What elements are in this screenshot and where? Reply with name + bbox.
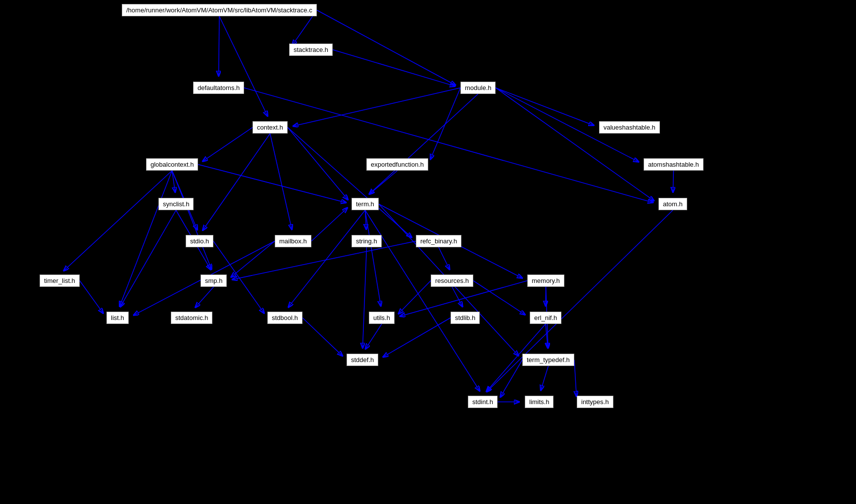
svg-line-17 xyxy=(198,165,347,203)
svg-line-30 xyxy=(439,247,450,270)
svg-line-2 xyxy=(317,10,456,86)
svg-line-50 xyxy=(486,210,673,392)
node-list_h: list.h xyxy=(106,312,129,324)
svg-line-10 xyxy=(369,94,478,194)
node-mailbox_h: mailbox.h xyxy=(275,235,311,247)
svg-line-1 xyxy=(219,16,219,77)
node-timer_list_h: timer_list.h xyxy=(40,275,80,287)
node-inttypes_h: inttypes.h xyxy=(577,396,613,408)
node-stdint_h: stdint.h xyxy=(468,396,498,408)
node-module_h: module.h xyxy=(460,82,496,94)
node-smp_h: smp.h xyxy=(201,275,227,287)
svg-line-43 xyxy=(541,366,549,391)
svg-line-51 xyxy=(288,128,412,238)
svg-line-54 xyxy=(302,318,343,357)
node-exportedfunction_h: exportedfunction.h xyxy=(366,158,428,171)
svg-line-42 xyxy=(500,360,522,398)
svg-line-7 xyxy=(496,88,655,201)
svg-line-13 xyxy=(270,134,292,230)
node-limits_h: limits.h xyxy=(525,396,554,408)
node-context_h: context.h xyxy=(252,121,288,134)
svg-line-29 xyxy=(311,207,348,241)
svg-line-4 xyxy=(333,50,455,87)
svg-line-12 xyxy=(288,128,349,200)
node-defaultatoms_h: defaultatoms.h xyxy=(193,82,244,94)
svg-line-23 xyxy=(365,210,381,307)
node-stdio_h: stdio.h xyxy=(186,235,213,247)
svg-line-16 xyxy=(119,171,172,307)
svg-line-47 xyxy=(365,324,382,350)
svg-line-18 xyxy=(63,171,172,271)
svg-line-34 xyxy=(473,281,526,316)
node-refc_binary_h: refc_binary.h xyxy=(416,235,461,247)
svg-line-48 xyxy=(244,88,654,203)
svg-line-22 xyxy=(288,210,365,308)
node-memory_h: memory.h xyxy=(527,275,564,287)
svg-line-3 xyxy=(219,16,268,117)
svg-line-44 xyxy=(574,360,576,397)
node-stdlib_h: stdlib.h xyxy=(451,312,480,324)
svg-line-38 xyxy=(195,287,214,308)
node-stdbool_h: stdbool.h xyxy=(267,312,302,324)
node-stacktrace_h: stacktrace.h xyxy=(289,44,333,56)
node-atomshashtable_h: atomshashtable.h xyxy=(644,158,704,171)
dependency-graph-svg xyxy=(0,0,856,504)
node-globalcontext_h: globalcontext.h xyxy=(146,158,198,171)
svg-line-39 xyxy=(80,281,103,314)
node-term_h: term.h xyxy=(352,198,379,210)
node-synclist_h: synclist.h xyxy=(158,198,194,210)
svg-line-45 xyxy=(369,171,397,195)
node-stacktrace_c: /home/runner/work/AtomVM/AtomVM/src/libA… xyxy=(122,4,317,16)
svg-line-5 xyxy=(293,88,460,127)
node-erl_nif_h: erl_nif.h xyxy=(530,312,561,324)
node-utils_h: utils.h xyxy=(369,312,395,324)
node-stddef_h: stddef.h xyxy=(347,354,378,366)
svg-line-8 xyxy=(496,88,595,126)
node-valueshashtable_h: valueshashtable.h xyxy=(599,121,660,134)
svg-line-46 xyxy=(673,171,673,193)
node-stdatomic_h: stdatomic.h xyxy=(171,312,212,324)
node-atom_h: atom.h xyxy=(658,198,687,210)
node-resources_h: resources.h xyxy=(431,275,473,287)
svg-line-52 xyxy=(202,134,270,231)
svg-line-11 xyxy=(202,128,252,162)
node-string_h: string.h xyxy=(352,235,382,247)
svg-line-31 xyxy=(232,241,416,280)
svg-line-56 xyxy=(362,247,366,349)
svg-line-19 xyxy=(120,210,176,307)
node-term_typedef_h: term_typedef.h xyxy=(522,354,574,366)
